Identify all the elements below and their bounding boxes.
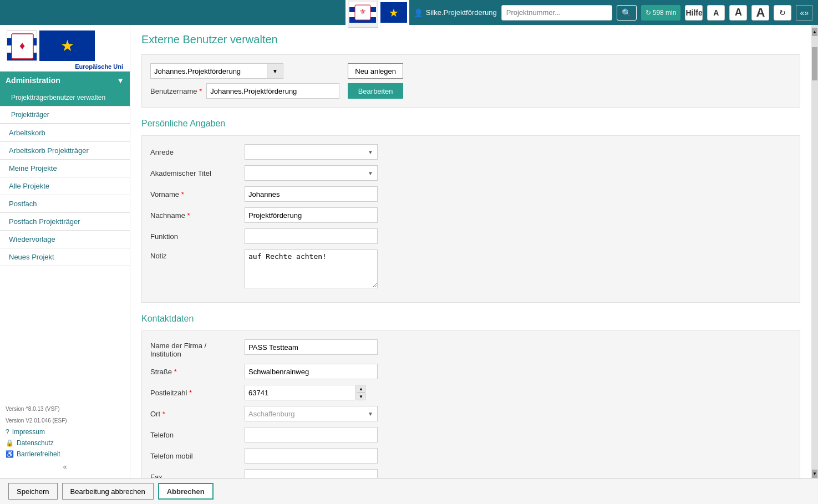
- strasse-input[interactable]: [245, 364, 378, 379]
- neu-anlegen-button[interactable]: Neu anlegen: [348, 63, 403, 79]
- plz-spinner: ▲ ▼: [357, 385, 365, 400]
- sidebar-item-postfach[interactable]: Postfach: [0, 195, 130, 213]
- project-number-input[interactable]: [501, 5, 612, 21]
- section-title-kontakt: Kontaktdaten: [141, 314, 800, 324]
- sidebar-collapse-button[interactable]: «: [6, 460, 124, 474]
- sidebar-item-label: Neues Projekt: [9, 253, 54, 261]
- anrede-row: Anrede Herr Frau: [150, 144, 791, 160]
- sidebar-item-projekttraeger[interactable]: Projektträger: [0, 106, 130, 124]
- firma-input[interactable]: [245, 339, 378, 355]
- firma-label: Name der Firma / Institution: [150, 339, 239, 358]
- sidebar-item-label: Meine Projekte: [9, 164, 57, 172]
- section-title-personal: Persönliche Angaben: [141, 119, 800, 129]
- notiz-textarea[interactable]: auf Rechte achten!: [245, 250, 378, 288]
- collapse-button[interactable]: «»: [796, 5, 812, 21]
- telefon-input[interactable]: [245, 427, 378, 442]
- fax-input[interactable]: [245, 469, 378, 478]
- plz-wrapper: ▲ ▼: [245, 385, 365, 400]
- scrollbar-thumb: [812, 47, 817, 80]
- sidebar-item-meine-projekte[interactable]: Meine Projekte: [0, 160, 130, 177]
- sidebar-logo-area: ♦ ★ Europäische Uni: [0, 25, 130, 72]
- bavarian-logo: ⚜: [348, 0, 378, 28]
- funktion-input[interactable]: [245, 228, 378, 244]
- titel-select-wrapper: Dr. Prof.: [245, 165, 378, 181]
- sidebar-barrierefreiheit-link[interactable]: ♿ Barrierefreiheit: [6, 449, 124, 460]
- help-button[interactable]: Hilfe: [685, 5, 703, 21]
- speichern-button[interactable]: Speichern: [8, 483, 58, 500]
- sidebar-item-postfach-projekttraeger[interactable]: Postfach Projektträger: [0, 213, 130, 231]
- strasse-row: Straße *: [150, 364, 791, 379]
- sidebar-item-label: Postfach Projektträger: [9, 217, 80, 226]
- user-icon: 👤: [414, 8, 423, 17]
- refresh-icon: ↻: [646, 9, 651, 17]
- vorname-row: Vorname *: [150, 186, 791, 202]
- ort-select[interactable]: Aschaffenburg: [245, 406, 378, 421]
- kontakt-section: Name der Firma / Institution Straße * Po…: [141, 330, 800, 478]
- timer-label: 598 min: [653, 9, 677, 17]
- sidebar-item-arbeitskorb[interactable]: Arbeitskorb: [0, 124, 130, 142]
- font-large-button[interactable]: A: [751, 5, 769, 21]
- titel-select[interactable]: Dr. Prof.: [245, 165, 378, 181]
- datenschutz-label: Datenschutz: [17, 439, 54, 447]
- font-medium-button[interactable]: A: [729, 5, 747, 21]
- user-info: 👤 Silke.Projektförderung: [414, 8, 497, 17]
- anrede-select[interactable]: Herr Frau: [245, 144, 378, 160]
- telefon-mobil-row: Telefon mobil: [150, 448, 791, 464]
- bearbeiten-button[interactable]: Bearbeiten: [348, 83, 403, 99]
- sidebar-item-neues-projekt[interactable]: Neues Projekt: [0, 248, 130, 266]
- firma-row: Name der Firma / Institution: [150, 339, 791, 358]
- search-button[interactable]: 🔍: [617, 5, 637, 21]
- content-area: Externe Benutzer verwalten ▼ Benutzernam…: [130, 25, 811, 478]
- telefon-row: Telefon: [150, 427, 791, 442]
- telefon-mobil-input[interactable]: [245, 448, 378, 464]
- scrollbar[interactable]: ▲ ▼: [811, 25, 818, 478]
- sidebar-item-label: Projektträgerbenutzer verwalten: [11, 94, 105, 101]
- sidebar: ♦ ★ Europäische Uni Administration ▼ Pro…: [0, 25, 130, 478]
- impressum-label: Impressum: [12, 428, 45, 436]
- strasse-label: Straße *: [150, 368, 239, 376]
- username-field[interactable]: [206, 83, 339, 99]
- top-bar: ⚜ ★ 👤 Silke.Projektförderung 🔍 ↻ 598 min…: [0, 0, 818, 25]
- plz-down-button[interactable]: ▼: [357, 393, 365, 400]
- benutzername-label: Benutzername *: [150, 87, 202, 95]
- notiz-row: Notiz auf Rechte achten!: [150, 250, 791, 288]
- plz-input[interactable]: [245, 385, 355, 400]
- sidebar-item-wiedervorlage[interactable]: Wiedervorlage: [0, 231, 130, 248]
- sidebar-item-arbeitskorb-projekttraeger[interactable]: Arbeitskorb Projektträger: [0, 142, 130, 160]
- nachname-row: Nachname *: [150, 207, 791, 223]
- svg-text:⚜: ⚜: [359, 7, 367, 16]
- sidebar-datenschutz-link[interactable]: 🔒 Datenschutz: [6, 437, 124, 449]
- sidebar-section-header[interactable]: Administration ▼: [0, 72, 130, 89]
- bottom-bar: Speichern Bearbeitung abbrechen Abbreche…: [0, 478, 818, 504]
- logo-box: ⚜ ★: [346, 0, 409, 25]
- sidebar-item-alle-projekte[interactable]: Alle Projekte: [0, 177, 130, 195]
- sidebar-item-label: Projektträger: [11, 111, 49, 119]
- plz-label: Postleitzahl *: [150, 389, 239, 397]
- required-star-nachname: *: [187, 211, 190, 220]
- sidebar-item-projekttraegerbenutzer[interactable]: Projektträgerbenutzer verwalten: [0, 89, 130, 106]
- combo-dropdown-button[interactable]: ▼: [267, 63, 283, 79]
- timer-button[interactable]: ↻ 598 min: [641, 5, 681, 21]
- nachname-input[interactable]: [245, 207, 378, 223]
- bearbeitung-abbrechen-button[interactable]: Bearbeitung abbrechen: [62, 483, 154, 500]
- funktion-label: Funktion: [150, 232, 239, 241]
- font-small-button[interactable]: A: [707, 5, 725, 21]
- collapse-left-icon: «: [63, 462, 67, 471]
- sidebar-impressum-link[interactable]: ? Impressum: [6, 426, 124, 437]
- vorname-input[interactable]: [245, 186, 378, 202]
- username-combo-input[interactable]: [150, 63, 267, 79]
- username-combo: ▼: [150, 63, 339, 79]
- funktion-row: Funktion: [150, 228, 791, 244]
- anrede-label: Anrede: [150, 148, 239, 156]
- plz-up-button[interactable]: ▲: [357, 385, 365, 393]
- refresh-button[interactable]: ↻: [774, 5, 791, 21]
- fax-label: Fax: [150, 473, 239, 478]
- main-layout: ♦ ★ Europäische Uni Administration ▼ Pro…: [0, 25, 818, 478]
- abbrechen-button[interactable]: Abbrechen: [158, 483, 214, 500]
- required-star-strasse: *: [174, 368, 177, 376]
- telefon-label: Telefon: [150, 431, 239, 439]
- sidebar-item-label: Alle Projekte: [9, 182, 49, 190]
- vorname-label: Vorname *: [150, 190, 239, 198]
- ort-wrapper: Aschaffenburg ▼: [245, 406, 378, 421]
- required-star-plz: *: [189, 389, 192, 397]
